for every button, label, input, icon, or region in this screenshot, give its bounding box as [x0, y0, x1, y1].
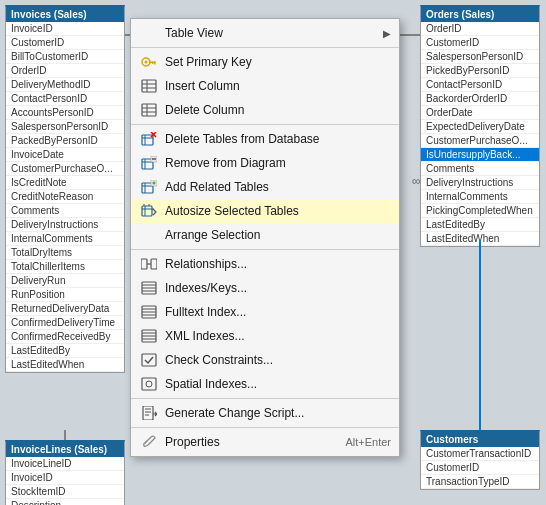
menu-item-label: Insert Column [165, 79, 391, 93]
menu-item-label: Check Constraints... [165, 353, 391, 367]
menu-item-label: Spatial Indexes... [165, 377, 391, 391]
menu-item-delete-tables[interactable]: Delete Tables from Database [131, 127, 399, 151]
table-del-icon [139, 131, 159, 147]
table-row: CustomerPurchaseO... [421, 134, 539, 148]
table-row: LastEditedBy [6, 344, 124, 358]
menu-item-fulltext-index[interactable]: Fulltext Index... [131, 300, 399, 324]
menu-item-table-view[interactable]: Table View▶ [131, 21, 399, 45]
orders-table[interactable]: Orders (Sales) OrderID CustomerID Salesp… [420, 5, 540, 247]
menu-item-properties[interactable]: PropertiesAlt+Enter [131, 430, 399, 454]
table-row: AccountsPersonID [6, 106, 124, 120]
table-row: DeliveryInstructions [6, 218, 124, 232]
table-row: OrderID [6, 64, 124, 78]
table-row: TransactionTypeID [421, 475, 539, 489]
menu-shortcut: Alt+Enter [345, 436, 391, 448]
table-row: CustomerTransactionID [421, 447, 539, 461]
menu-item-indexes-keys[interactable]: Indexes/Keys... [131, 276, 399, 300]
table-row: ConfirmedReceivedBy [6, 330, 124, 344]
menu-item-label: Arrange Selection [165, 228, 391, 242]
menu-item-delete-column[interactable]: Delete Column [131, 98, 399, 122]
table-row: TotalDryItems [6, 246, 124, 260]
table-row: TotalChillerItems [6, 260, 124, 274]
menu-item-remove-diagram[interactable]: Remove from Diagram [131, 151, 399, 175]
table-auto-icon [139, 203, 159, 219]
svg-line-58 [144, 441, 147, 444]
svg-point-5 [145, 61, 148, 64]
menu-separator [131, 124, 399, 125]
table-row: CreditNoteReason [6, 190, 124, 204]
menu-item-label: Relationships... [165, 257, 391, 271]
svg-rect-8 [152, 62, 154, 65]
table-row: LastEditedBy [421, 218, 539, 232]
menu-item-insert-column[interactable]: Insert Column [131, 74, 399, 98]
menu-item-add-related[interactable]: Add Related Tables [131, 175, 399, 199]
menu-item-label: Autosize Selected Tables [165, 204, 391, 218]
table-row: BillToCustomerID [6, 50, 124, 64]
menu-item-label: Properties [165, 435, 335, 449]
svg-rect-37 [151, 259, 157, 269]
table-row: OrderDate [421, 106, 539, 120]
table-row: BackorderOrderID [421, 92, 539, 106]
menu-item-label: XML Indexes... [165, 329, 391, 343]
menu-item-set-primary-key[interactable]: Set Primary Key [131, 50, 399, 74]
invoices-table-header: Invoices (Sales) [6, 7, 124, 22]
customers-table[interactable]: Customers CustomerTransactionID Customer… [420, 430, 540, 490]
table-row: InternalComments [6, 232, 124, 246]
table-add-icon [139, 179, 159, 195]
table-row: SalespersonPersonID [421, 50, 539, 64]
menu-item-label: Delete Tables from Database [165, 132, 391, 146]
table-row: PickedByPersonID [421, 64, 539, 78]
table-row: RunPosition [6, 288, 124, 302]
menu-item-generate-script[interactable]: Generate Change Script... [131, 401, 399, 425]
menu-item-label: Indexes/Keys... [165, 281, 391, 295]
menu-item-relationships[interactable]: Relationships... [131, 252, 399, 276]
menu-item-label: Add Related Tables [165, 180, 391, 194]
table-row: CustomerID [6, 36, 124, 50]
menu-item-spatial-indexes[interactable]: Spatial Indexes... [131, 372, 399, 396]
table-row: InvoiceID [6, 471, 124, 485]
table-row: Comments [421, 162, 539, 176]
svg-rect-13 [142, 104, 156, 116]
spatial-icon [139, 376, 159, 392]
table-row: InvoiceDate [6, 148, 124, 162]
menu-item-check-constraints[interactable]: Check Constraints... [131, 348, 399, 372]
table-row: ContactPersonID [421, 78, 539, 92]
invoicelines-table-header: InvoiceLines (Sales) [6, 442, 124, 457]
col-icon [139, 78, 159, 94]
menu-item-label: Generate Change Script... [165, 406, 391, 420]
table-row: ReturnedDeliveryData [6, 302, 124, 316]
table-row: StockItemID [6, 485, 124, 499]
menu-item-arrange[interactable]: Arrange Selection [131, 223, 399, 247]
svg-rect-52 [142, 378, 156, 390]
svg-rect-54 [143, 406, 153, 420]
index2-icon [139, 304, 159, 320]
table-row: InvoiceLineID [6, 457, 124, 471]
svg-rect-7 [154, 62, 156, 65]
empty-icon [139, 227, 159, 243]
menu-item-label: Remove from Diagram [165, 156, 391, 170]
table-row: LastEditedWhen [421, 232, 539, 246]
invoicelines-table[interactable]: InvoiceLines (Sales) InvoiceLineID Invoi… [5, 440, 125, 505]
table-row: InvoiceID [6, 22, 124, 36]
customers-table-header: Customers [421, 432, 539, 447]
invoices-table[interactable]: Invoices (Sales) InvoiceID CustomerID Bi… [5, 5, 125, 373]
table-row: InternalComments [421, 190, 539, 204]
table-row: IsCreditNote [6, 176, 124, 190]
context-menu: Table View▶Set Primary KeyInsert ColumnD… [130, 18, 400, 457]
table-row: OrderID [421, 22, 539, 36]
table-row: SalespersonPersonID [6, 120, 124, 134]
col-icon [139, 102, 159, 118]
empty-icon [139, 25, 159, 41]
menu-separator [131, 427, 399, 428]
index-icon [139, 280, 159, 296]
menu-item-xml-indexes[interactable]: XML Indexes... [131, 324, 399, 348]
table-row: IsUndersupplyBack... [421, 148, 539, 162]
table-row: DeliveryInstructions [421, 176, 539, 190]
table-row: ContactPersonID [6, 92, 124, 106]
table-row: LastEditedWhen [6, 358, 124, 372]
key-icon [139, 54, 159, 70]
menu-item-autosize[interactable]: Autosize Selected Tables [131, 199, 399, 223]
svg-rect-9 [142, 80, 156, 92]
index3-icon [139, 328, 159, 344]
table-row: PickingCompletedWhen [421, 204, 539, 218]
